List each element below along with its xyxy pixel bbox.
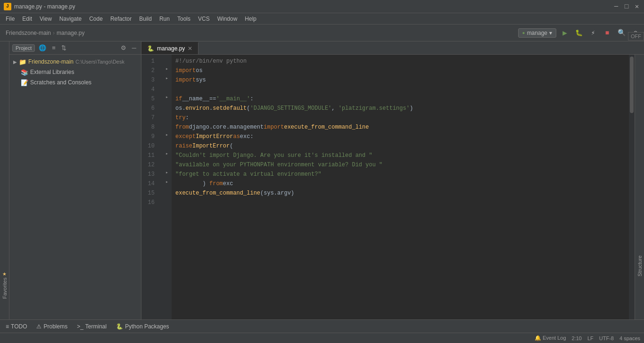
menu-item-code[interactable]: Code: [85, 15, 107, 23]
status-indent[interactable]: 4 spaces: [619, 335, 640, 341]
gutter-row-9: ▸: [162, 130, 172, 139]
menu-item-navigate[interactable]: Navigate: [56, 15, 85, 23]
editor-area: 🐍 manage.py ✕ 12345678910111213141516 ▸▸…: [141, 41, 644, 319]
close-button[interactable]: ✕: [634, 3, 640, 10]
editor-tabs: 🐍 manage.py ✕: [141, 41, 644, 55]
breadcrumb-file[interactable]: manage.py: [57, 30, 84, 36]
editor-tab-manage[interactable]: 🐍 manage.py ✕: [141, 42, 198, 54]
gutter-row-15: [162, 187, 172, 196]
code-line-5: if __name__ == '__main__':: [172, 94, 629, 104]
toolbar: Friendszone-main › manage.py ● manage ▾ …: [0, 24, 644, 41]
bottom-tab-label: Problems: [43, 323, 67, 330]
bottom-tab-todo[interactable]: ≡TODO: [4, 322, 29, 331]
title-text: manage.py - manage.py: [14, 3, 75, 10]
status-encoding[interactable]: UTF-8: [599, 335, 614, 341]
maximize-button[interactable]: □: [623, 3, 630, 10]
code-line-15: execute_from_command_line(sys.argv): [172, 188, 629, 198]
sidebar-settings-btn[interactable]: ⚙: [119, 43, 128, 52]
line-number-8: 8: [141, 122, 158, 132]
minimize-button[interactable]: ─: [613, 3, 619, 10]
bottom-tab-icon: >_: [77, 323, 83, 330]
bottom-tab-label: Terminal: [85, 323, 107, 330]
menu-item-run[interactable]: Run: [156, 15, 173, 23]
line-number-3: 3: [141, 75, 158, 85]
menu-item-help[interactable]: Help: [241, 15, 260, 23]
sidebar-minimize-btn[interactable]: ─: [130, 43, 138, 52]
fold-arrow-13[interactable]: ▸: [165, 170, 168, 175]
code-line-13: "forget to activate a virtual environmen…: [172, 170, 629, 179]
stop-button[interactable]: ■: [602, 27, 613, 39]
run-config-dot: ●: [522, 30, 525, 35]
fold-arrow-11[interactable]: ▸: [165, 151, 168, 156]
menu-item-vcs[interactable]: VCS: [194, 15, 214, 23]
line-number-10: 10: [141, 141, 158, 151]
code-content[interactable]: #!/usr/bin/env pythonimport osimport sys…: [172, 55, 629, 319]
bottom-tab-label: TODO: [11, 323, 27, 330]
menu-item-file[interactable]: File: [2, 15, 18, 23]
line-number-11: 11: [141, 151, 158, 160]
sidebar-sort-btn[interactable]: ⇅: [59, 43, 68, 52]
structure-label[interactable]: Structure: [637, 255, 643, 277]
search-button[interactable]: 🔍: [616, 27, 627, 39]
menu-item-window[interactable]: Window: [214, 15, 241, 23]
bottom-tab-problems[interactable]: ⚠Problems: [34, 322, 69, 331]
fold-arrow-9[interactable]: ▸: [165, 132, 168, 138]
menu-item-tools[interactable]: Tools: [173, 15, 194, 23]
status-line-ending[interactable]: LF: [587, 335, 594, 341]
run-config-button[interactable]: ● manage ▾: [518, 28, 556, 38]
menu-item-build[interactable]: Build: [135, 15, 156, 23]
fold-arrow-14[interactable]: ▸: [165, 179, 168, 185]
breadcrumb-project[interactable]: Friendszone-main: [6, 30, 51, 36]
sidebar-toolbar: Project 🌐 ≡ ⇅ ⚙ ─: [9, 41, 141, 55]
line-number-12: 12: [141, 160, 158, 170]
code-editor: 12345678910111213141516 ▸▸▸▸▸▸▸ #!/usr/b…: [141, 55, 644, 319]
bottom-tab-terminal[interactable]: >_Terminal: [75, 322, 108, 331]
tree-item-external[interactable]: 📚 External Libraries: [9, 67, 141, 77]
gutter-row-3: ▸: [162, 74, 172, 83]
scrollbar-thumb: [630, 57, 634, 113]
sidebar-globe-btn[interactable]: 🌐: [37, 43, 48, 52]
code-line-6: os.environ.setdefault('DJANGO_SETTINGS_M…: [172, 104, 629, 113]
line-number-2: 2: [141, 66, 158, 75]
favorites-star[interactable]: ★: [2, 270, 6, 278]
favorites-label[interactable]: Favorites: [2, 278, 8, 299]
project-dropdown[interactable]: Project: [12, 44, 35, 52]
code-line-14: ) from exc: [172, 179, 629, 188]
title-bar-left: J manage.py - manage.py: [4, 3, 75, 10]
gutter: ▸▸▸▸▸▸▸: [162, 55, 172, 319]
bottom-tab-python-packages[interactable]: 🐍Python Packages: [114, 322, 171, 331]
code-line-16: [172, 198, 629, 207]
status-event-log[interactable]: 🔔 Event Log: [535, 335, 566, 341]
scrollbar[interactable]: [629, 55, 635, 319]
fold-arrow-5[interactable]: ▸: [165, 94, 168, 100]
run-config-arrow: ▾: [549, 30, 552, 36]
menu-item-edit[interactable]: Edit: [18, 15, 36, 23]
sidebar-list-btn[interactable]: ≡: [50, 43, 58, 52]
event-log-icon: 🔔: [535, 335, 541, 341]
tree-icon-root: 📁: [19, 58, 26, 65]
line-number-7: 7: [141, 113, 158, 122]
menu-item-view[interactable]: View: [36, 15, 56, 23]
bottom-tab-icon: ⚠: [36, 323, 41, 330]
code-line-12: "available on your PYTHONPATH environmen…: [172, 160, 629, 170]
fold-arrow-3[interactable]: ▸: [165, 75, 168, 81]
run-config-label: manage: [527, 30, 547, 36]
status-position[interactable]: 2:10: [572, 335, 582, 341]
tree-label-scratches: Scratches and Consoles: [30, 79, 91, 86]
coverage-button[interactable]: ⚡: [587, 27, 599, 39]
debug-button[interactable]: 🐛: [573, 27, 585, 39]
gutter-row-8: [162, 121, 172, 130]
tree-item-scratches[interactable]: 📝 Scratches and Consoles: [9, 77, 141, 88]
fold-arrow-2[interactable]: ▸: [165, 66, 168, 72]
gutter-row-6: [162, 102, 172, 111]
tree-item-root[interactable]: ▶ 📁 Friendszone-main C:\Users\Tango\Desk: [9, 57, 141, 67]
menu-bar: FileEditViewNavigateCodeRefactorBuildRun…: [0, 13, 644, 24]
tab-close-button[interactable]: ✕: [188, 45, 192, 52]
menu-item-refactor[interactable]: Refactor: [107, 15, 135, 23]
sidebar-tree: ▶ 📁 Friendszone-main C:\Users\Tango\Desk…: [9, 55, 141, 319]
gutter-row-2: ▸: [162, 64, 172, 74]
run-button[interactable]: ▶: [559, 27, 570, 39]
code-line-7: try:: [172, 113, 629, 122]
bottom-tab-icon: ≡: [6, 323, 9, 330]
code-line-2: import os: [172, 66, 629, 75]
